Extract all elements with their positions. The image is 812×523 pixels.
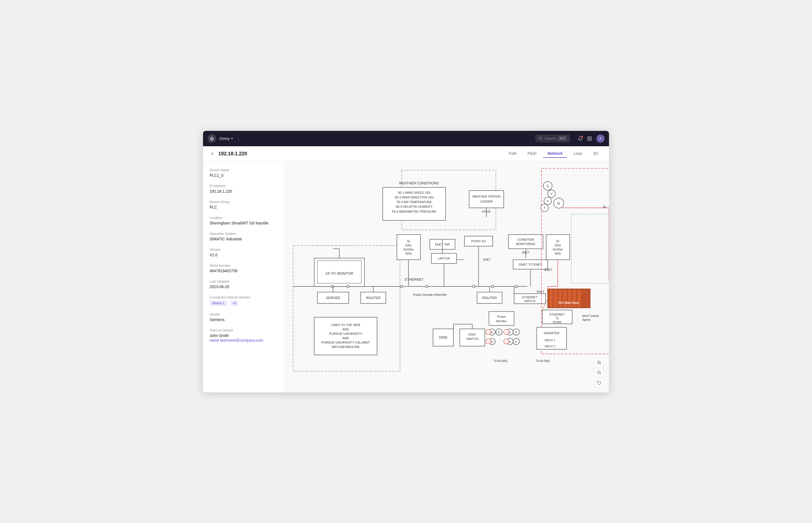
- svg-text:ROUTER: ROUTER: [482, 296, 497, 300]
- poc-group: Point of Contact John Smith name.lastnam…: [209, 328, 278, 343]
- svg-text:SWITCH: SWITCH: [524, 300, 535, 303]
- svg-text:E: E: [498, 331, 500, 333]
- sidebar: Device Name PLC1_0 IP Address 192.18.1.2…: [203, 162, 285, 392]
- svg-text:LAPTOP: LAPTOP: [438, 257, 450, 260]
- topbar: ⏻ Omny ▾ Search ⌘O: [203, 131, 609, 146]
- layout-button[interactable]: [587, 136, 592, 141]
- app-logo[interactable]: ⏻: [207, 134, 216, 143]
- svg-text:To NI-DAQ: To NI-DAQ: [494, 359, 508, 362]
- connected-tag-device1[interactable]: device 1: [209, 301, 227, 306]
- tab-pid[interactable]: P&ID: [523, 149, 541, 158]
- diagram-area[interactable]: 19" PC MONITOR SERVER ROUTER LINKS TO TH…: [285, 162, 609, 392]
- location-group: Location Sheringham Shoal/WT 53/ Nacelle: [209, 216, 278, 225]
- svg-point-0: [539, 137, 541, 139]
- tab-path[interactable]: Path: [504, 149, 521, 158]
- tab-loop[interactable]: Loop: [569, 149, 587, 158]
- poc-label: Point of Contact: [209, 328, 278, 332]
- svg-text:To NI-DAQ: To NI-DAQ: [536, 359, 550, 362]
- svg-point-24: [331, 285, 334, 288]
- vendor-label: Vendor: [209, 312, 278, 317]
- notification-dot: [581, 136, 583, 138]
- svg-text:9205: 9205: [405, 252, 412, 255]
- svg-rect-14: [314, 317, 377, 355]
- svg-rect-2: [588, 137, 589, 138]
- tab-network[interactable]: Network: [543, 149, 567, 158]
- svg-text:SE-1 WIND SPEED (3D): SE-1 WIND SPEED (3D): [398, 191, 431, 194]
- page-title: 192.18.1.220: [218, 151, 504, 157]
- device-group-label: Device Group: [209, 200, 278, 204]
- svg-text:9205: 9205: [555, 252, 561, 255]
- svg-text:Power: Power: [497, 315, 506, 318]
- brand-dropdown[interactable]: Omny ▾: [219, 137, 233, 141]
- poc-name: John Smith: [209, 333, 278, 338]
- svg-text:RS485: RS485: [553, 321, 561, 324]
- svg-text:E: E: [509, 331, 511, 333]
- svg-rect-79: [546, 234, 570, 259]
- svg-text:MATLAB/SIMULINK: MATLAB/SIMULINK: [332, 345, 359, 348]
- serial-value: 4047623402756: [209, 269, 278, 273]
- svg-text:E: E: [491, 331, 493, 333]
- search-bar[interactable]: Search ⌘O: [535, 134, 570, 142]
- svg-text:INVERTER: INVERTER: [544, 331, 560, 335]
- network-diagram-container[interactable]: 19" PC MONITOR SERVER ROUTER LINKS TO TH…: [285, 162, 609, 392]
- svg-rect-96: [564, 289, 567, 307]
- svg-text:Public Domain EtherNet: Public Domain EtherNet: [413, 293, 447, 296]
- location-label: Location: [209, 216, 278, 220]
- svg-text:ETHERNET: ETHERNET: [405, 278, 424, 282]
- svg-text:ZE-3 WIND DIRECTION (3D): ZE-3 WIND DIRECTION (3D): [394, 196, 434, 199]
- svg-rect-69: [508, 234, 543, 249]
- svg-text:NI: NI: [556, 240, 559, 243]
- svg-rect-93: [549, 289, 552, 307]
- zoom-in-button[interactable]: [595, 358, 604, 367]
- svg-text:ENET: ENET: [537, 290, 545, 293]
- svg-text:E: E: [515, 331, 517, 333]
- connected-tag-more[interactable]: +3: [230, 301, 238, 306]
- tab-bar: Path P&ID Network Loop 3D: [504, 149, 603, 158]
- dropdown-arrow-icon: ▾: [231, 137, 233, 140]
- svg-text:PE-6 BAROMETRIC PRESSURE: PE-6 BAROMETRIC PRESSURE: [392, 210, 437, 213]
- main-content: Device Name PLC1_0 IP Address 192.18.1.2…: [203, 162, 609, 392]
- svg-text:AND: AND: [343, 328, 349, 331]
- serial-label: Serial Number: [209, 264, 278, 268]
- svg-rect-109: [489, 311, 514, 325]
- svg-rect-60: [469, 191, 504, 208]
- svg-rect-165: [571, 214, 609, 283]
- svg-text:WEATHER CONDITIONS: WEATHER CONDITIONS: [399, 181, 439, 185]
- vendor-value: Siemens: [209, 318, 278, 322]
- svg-text:Monitor: Monitor: [496, 319, 507, 323]
- svg-text:Wind Turbine: Wind Turbine: [583, 314, 599, 317]
- updated-label: Last Updated: [209, 279, 278, 284]
- svg-point-28: [473, 285, 475, 288]
- svg-text:AND: AND: [343, 337, 349, 340]
- svg-text:V: V: [551, 192, 553, 195]
- svg-text:AE-5 RELATIVE HUMIDITY: AE-5 RELATIVE HUMIDITY: [395, 205, 432, 208]
- svg-text:T: T: [544, 206, 546, 210]
- svg-line-172: [600, 374, 601, 374]
- svg-text:NI: NI: [407, 240, 410, 243]
- os-label: Operation System: [209, 232, 278, 236]
- updated-group: Last Updated 2023-06-25: [209, 279, 278, 289]
- svg-text:MONITORING: MONITORING: [516, 242, 535, 245]
- svg-text:S: S: [547, 184, 549, 188]
- tab-3d[interactable]: 3D: [589, 149, 603, 158]
- zoom-out-button[interactable]: [595, 368, 604, 377]
- svg-text:DISC: DISC: [468, 332, 476, 336]
- back-button[interactable]: [209, 151, 215, 157]
- subheader: 192.18.1.220 Path P&ID Network Loop 3D: [203, 146, 609, 162]
- connected-tags-container: device 1 +3: [209, 301, 278, 306]
- notifications-button[interactable]: [578, 136, 583, 141]
- updated-value: 2023-06-25: [209, 285, 278, 289]
- svg-rect-5: [590, 139, 591, 140]
- svg-text:ENET: ENET: [545, 268, 552, 271]
- os-group: Operation System SIMATIC Industrial: [209, 232, 278, 241]
- svg-text:ROUTER: ROUTER: [366, 296, 381, 300]
- reset-zoom-button[interactable]: [595, 378, 604, 387]
- network-diagram-svg: 19" PC MONITOR SERVER ROUTER LINKS TO TH…: [285, 162, 609, 392]
- svg-text:I: I: [506, 340, 507, 343]
- svg-text:NI-ENet: NI-ENet: [404, 248, 414, 251]
- poc-email[interactable]: name.lastname@company.com: [209, 338, 263, 342]
- user-avatar[interactable]: A: [596, 134, 605, 143]
- svg-text:19" PC MONITOR: 19" PC MONITOR: [325, 272, 353, 275]
- svg-text:CONDITION: CONDITION: [517, 238, 534, 241]
- svg-rect-3: [590, 137, 591, 138]
